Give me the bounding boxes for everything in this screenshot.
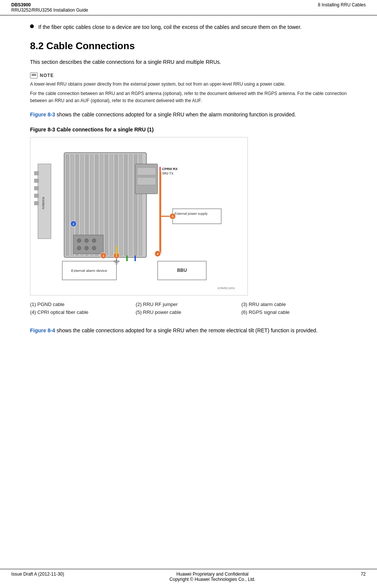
footer-issue: Issue Draft A (2012-11-30): [11, 571, 64, 582]
footer-page: 72: [361, 571, 366, 582]
svg-rect-32: [137, 167, 156, 175]
svg-text:5: 5: [172, 215, 173, 218]
note-text-2: For the cable connection between an RRU …: [30, 90, 347, 104]
figure-ref-paragraph: Figure 8-3 shows the cable connections a…: [30, 110, 347, 119]
svg-rect-39: [173, 209, 222, 224]
captions-row-1: (1) PGND cable (2) RRU RF jumper (3) RRU…: [30, 302, 347, 307]
svg-rect-6: [34, 201, 39, 205]
svg-rect-21: [129, 154, 132, 255]
page-header: DBS3900RRU3252/RRU3256 Installation Guid…: [0, 0, 377, 15]
svg-text:2: 2: [72, 222, 74, 226]
svg-rect-3: [34, 179, 39, 182]
bullet-dot: [30, 24, 34, 28]
footer-company: Huawei Proprietary and ConfidentialCopyr…: [64, 571, 361, 582]
diagram-inner: Antenna: [34, 141, 244, 291]
caption-6: (6) RGPS signal cable: [241, 309, 347, 315]
svg-rect-19: [119, 154, 122, 255]
svg-point-25: [77, 239, 81, 243]
bullet-item-fiber: If the fiber optic cables close to a dev…: [30, 23, 347, 31]
figure4-ref-paragraph: Figure 8-4 shows the cable connections a…: [30, 326, 347, 335]
svg-rect-34: [160, 167, 161, 171]
svg-text:3: 3: [103, 254, 104, 257]
note-text-1: A lower-level RRU obtains power directly…: [30, 81, 347, 88]
caption-5: (5) RRU power cable: [136, 309, 241, 315]
svg-text:BBU: BBU: [177, 268, 187, 273]
svg-point-27: [92, 239, 96, 243]
svg-rect-8: [66, 154, 69, 255]
section-intro: This section describes the cable connect…: [30, 58, 347, 66]
svg-point-29: [85, 246, 89, 250]
header-section: 8 Installing RRU Cables: [318, 2, 366, 13]
captions-row-2: (4) CPRI optical fiber cable (5) RRU pow…: [30, 309, 347, 315]
svg-rect-2: [34, 171, 39, 175]
page: DBS3900RRU3252/RRU3256 Installation Guid…: [0, 0, 377, 588]
svg-rect-5: [34, 194, 39, 198]
caption-1: (1) PGND cable: [30, 302, 136, 307]
svg-rect-20: [124, 154, 127, 255]
figure-3-link[interactable]: Figure 8-3: [30, 112, 55, 118]
svg-point-26: [85, 239, 89, 243]
bottom-text: Figure 8-4 shows the cable connections a…: [30, 326, 347, 335]
captions-table: (1) PGND cable (2) RRU RF jumper (3) RRU…: [30, 302, 347, 315]
caption-3: (3) RRU alarm cable: [241, 302, 347, 307]
svg-text:4: 4: [157, 252, 159, 255]
figure-4-link[interactable]: Figure 8-4: [30, 327, 55, 333]
svg-rect-17: [110, 154, 113, 255]
section-title: 8.2 Cable Connections: [30, 40, 347, 52]
svg-rect-18: [115, 154, 118, 255]
figure-3-title: Figure 8-3 Cable connections for a singl…: [30, 127, 347, 133]
svg-point-28: [77, 246, 81, 250]
svg-rect-24: [74, 235, 104, 254]
svg-text:Antenna: Antenna: [41, 197, 45, 209]
figure4-ref-text: shows the cable connections adopted for …: [57, 327, 318, 333]
bullet-text-fiber: If the fiber optic cables close to a dev…: [38, 23, 302, 31]
note-box: NOTE A lower-level RRU obtains power dir…: [30, 72, 347, 105]
svg-rect-4: [34, 186, 39, 190]
svg-point-30: [92, 246, 96, 250]
svg-rect-33: [137, 177, 156, 185]
svg-text:CPRI0 RX: CPRI0 RX: [162, 167, 178, 171]
caption-2: (2) RRU RF jumper: [136, 302, 241, 307]
caption-4: (4) CPRI optical fiber cable: [30, 309, 136, 315]
note-icon: [30, 72, 38, 78]
note-header: NOTE: [30, 72, 347, 78]
svg-text:/IR0    TX: /IR0 TX: [162, 172, 173, 175]
diagram-svg: Antenna: [34, 141, 244, 291]
page-footer: Issue Draft A (2012-11-30) Huawei Propri…: [0, 569, 377, 584]
diagram-container: Antenna: [30, 137, 248, 296]
figure-ref-text: shows the cable connections adopted for …: [57, 112, 296, 118]
fig-title-label: Figure 8-3 Cable connections for a singl…: [30, 127, 154, 133]
svg-rect-16: [105, 154, 108, 255]
header-doc-id: DBS3900RRU3252/RRU3256 Installation Guid…: [11, 2, 88, 13]
page-content: If the fiber optic cables close to a dev…: [0, 15, 377, 355]
svg-text:External power supply: External power supply: [175, 212, 208, 216]
svg-text:ICR45C1001: ICR45C1001: [217, 286, 235, 290]
note-label: NOTE: [40, 73, 54, 78]
svg-text:External alarm device: External alarm device: [71, 268, 107, 273]
